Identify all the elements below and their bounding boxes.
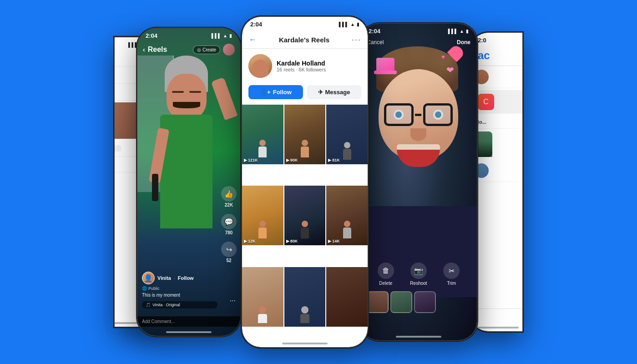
create-label: Create xyxy=(202,47,216,52)
grid-item-2[interactable]: ▶ 90K xyxy=(284,105,326,164)
time-fb: 2:0 xyxy=(478,37,486,44)
wifi-camera: ▲ xyxy=(460,29,464,34)
creator-name: Vinita xyxy=(157,275,171,281)
fig-body-8 xyxy=(300,314,309,323)
count-5: ▶ 80K xyxy=(286,239,298,243)
fig-head-4 xyxy=(259,221,266,227)
reshoot-control[interactable]: 📷 Reshoot xyxy=(410,263,427,286)
left-glass xyxy=(384,103,414,126)
reels-menu-item[interactable]: C xyxy=(473,90,523,114)
count-4: ▶ 12K xyxy=(244,239,256,243)
audio-info[interactable]: 🎵 Vinita · Original xyxy=(142,301,217,308)
message-btn-label: Message xyxy=(325,89,350,96)
like-action[interactable]: 👍 22K xyxy=(221,186,237,207)
avatar-face-container xyxy=(248,54,272,78)
phones-container: 2:0 ▌▌▌ wifi ▮ ments ··· are ··· xyxy=(0,0,637,364)
fig-body-7 xyxy=(258,314,267,323)
partial-empty xyxy=(114,145,121,152)
battery-feed: ▮ xyxy=(229,33,232,38)
grid-item-1[interactable]: ▶ 121K xyxy=(242,105,283,164)
avatar-circle xyxy=(223,44,235,56)
glasses-bridge xyxy=(415,114,421,116)
heart-sticker-1 xyxy=(450,46,463,59)
reels-header-left: ‹ Reels xyxy=(143,46,167,54)
reels-header-right: ◎ Create xyxy=(193,44,235,56)
count-3: ▶ 81K xyxy=(328,158,340,162)
reels-page-header: ‹ Reels ◎ Create xyxy=(137,41,240,58)
user-avatar-header[interactable] xyxy=(223,44,235,56)
create-button[interactable]: ◎ Create xyxy=(193,46,220,54)
clip-1-bg xyxy=(368,292,388,312)
phone-profile-reels: 2:04 ▌▌▌ ▲ ▮ ← Kardale's Reels ··· xyxy=(241,16,369,348)
creator-avatar[interactable]: 👤 xyxy=(142,272,155,284)
status-icons-profile: ▌▌▌ ▲ ▮ xyxy=(339,22,359,27)
grid-item-8[interactable] xyxy=(284,267,326,327)
clip-thumb-3[interactable] xyxy=(414,291,436,313)
thumb-bg-9 xyxy=(326,267,368,327)
back-arrow-icon[interactable]: ← xyxy=(248,35,257,45)
clip-thumb-2[interactable] xyxy=(390,291,412,313)
clip-thumb-1[interactable] xyxy=(367,291,389,313)
grid-item-4[interactable]: ▶ 12K xyxy=(242,186,283,245)
profile-stats: 16 reels · 6K followers xyxy=(277,67,326,72)
reels-user-row: 👤 Vinita · Follow xyxy=(142,272,217,284)
more-options-button[interactable]: ··· xyxy=(230,297,236,305)
count-label-3: 81K xyxy=(332,158,340,162)
comment-input-area: Add Comment... xyxy=(137,316,240,327)
comment-icon: 💬 xyxy=(221,214,237,229)
avatar-head xyxy=(252,60,268,78)
reshoot-label: Reshoot xyxy=(410,281,427,286)
heart-sticker-2: ❤ xyxy=(446,65,454,76)
person-body-container xyxy=(156,56,231,281)
count-2: ▶ 90K xyxy=(286,158,298,162)
left-eye xyxy=(172,91,184,93)
delete-control[interactable]: 🗑 Delete xyxy=(378,263,394,286)
hat-brim xyxy=(374,71,397,74)
grid-item-6[interactable]: ▶ 14K xyxy=(326,186,368,245)
grid-item-3[interactable]: ▶ 81K xyxy=(326,105,368,164)
grid-item-9[interactable] xyxy=(326,267,368,327)
follow-button[interactable]: 👤+ Follow xyxy=(248,85,303,99)
like-count: 22K xyxy=(225,202,233,207)
profile-name: Kardale Holland xyxy=(277,60,326,67)
phone-reels-feed: 2:04 ▌▌▌ ▲ ▮ ‹ Reels ◎ xyxy=(136,27,241,337)
figure-4 xyxy=(258,221,267,238)
held-object xyxy=(152,174,158,201)
count-label-2: 90K xyxy=(290,158,298,162)
cancel-button[interactable]: Cancel xyxy=(367,39,384,46)
follow-link[interactable]: Follow xyxy=(178,275,194,281)
comment-count: 780 xyxy=(225,230,233,235)
figure-5 xyxy=(301,221,309,238)
grid-item-5[interactable]: ▶ 80K xyxy=(284,186,326,245)
share-action[interactable]: ↪ 52 xyxy=(221,242,237,263)
comment-placeholder[interactable]: Add Comment... xyxy=(142,319,236,324)
signal-feed: ▌▌▌ xyxy=(212,33,221,38)
hat-shape xyxy=(376,58,394,71)
comment-action[interactable]: 💬 780 xyxy=(221,214,237,235)
reels-symbol: C xyxy=(483,98,489,106)
visibility-row: 🌐 Public xyxy=(142,286,217,291)
audio-label: Vinita · Original xyxy=(152,303,180,307)
heart-sticker-3: ♥ xyxy=(441,53,445,61)
more-dots-icon[interactable]: ··· xyxy=(352,35,361,45)
fig-head-1 xyxy=(259,140,266,146)
right-eye xyxy=(189,91,201,93)
message-button[interactable]: ✈ Message xyxy=(307,85,361,99)
fig-head-7 xyxy=(259,306,266,313)
left-pupil xyxy=(394,110,404,120)
control-buttons-row: 🗑 Delete 📷 Reshoot ✂ Trim xyxy=(360,263,477,286)
grid-item-7[interactable] xyxy=(242,267,283,327)
profile-info-section: Kardale Holland 16 reels · 6K followers xyxy=(242,49,368,83)
reels-bottom-info: 👤 Vinita · Follow 🌐 Public This is my mo… xyxy=(142,272,217,308)
time-profile: 2:04 xyxy=(250,21,262,28)
profile-action-buttons: 👤+ Follow ✈ Message xyxy=(242,83,368,105)
play-icon-1: ▶ xyxy=(244,158,247,162)
home-indicator-feed xyxy=(166,331,212,333)
trim-control[interactable]: ✂ Trim xyxy=(443,263,460,286)
time-feed: 2:04 xyxy=(146,32,157,39)
signal-profile: ▌▌▌ xyxy=(339,22,349,27)
done-button[interactable]: Done xyxy=(457,39,470,46)
status-icons-camera: ▌▌▌ ▲ ▮ xyxy=(448,29,469,34)
back-chevron-icon[interactable]: ‹ xyxy=(143,46,145,53)
reels-title: Reels xyxy=(148,46,167,54)
